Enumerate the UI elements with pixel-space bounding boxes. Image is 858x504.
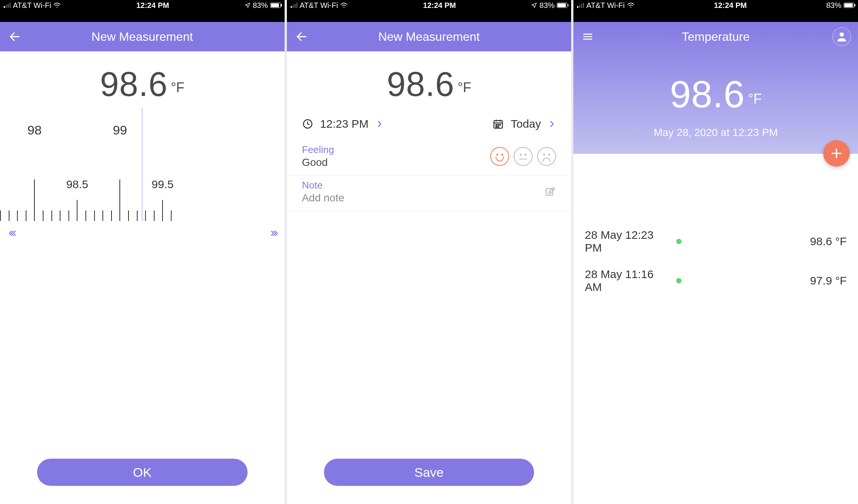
svg-point-19 <box>839 32 844 37</box>
battery-icon <box>557 3 567 8</box>
ruler-mid-label: 99.5 <box>152 178 173 191</box>
history-row[interactable]: 28 May 11:16 AM97.9 °F <box>573 261 858 300</box>
status-dot-icon <box>676 239 681 244</box>
svg-point-13 <box>498 126 499 127</box>
plus-icon <box>830 147 843 160</box>
feeling-value: Good <box>302 156 334 169</box>
notch-gap <box>573 11 858 22</box>
battery-icon <box>844 3 854 8</box>
ruler-tick <box>0 210 1 221</box>
ruler-tick: 99.5 <box>162 200 163 221</box>
feeling-section: Feeling Good <box>287 140 571 176</box>
ruler-major-label: 99 <box>113 123 127 138</box>
ruler-controls: ‹‹‹ ››› <box>0 221 285 243</box>
cell-signal-icon <box>577 3 584 8</box>
temperature-value: 98.6 <box>387 65 454 104</box>
ruler-mid-label: 98.5 <box>66 178 88 191</box>
location-icon <box>245 2 251 8</box>
chevron-right-icon <box>548 120 556 128</box>
screen2-title: New Measurement <box>287 30 571 44</box>
notch-gap <box>0 11 285 22</box>
note-label: Note <box>302 179 344 191</box>
ruler-tick <box>94 210 95 221</box>
ruler-tick <box>68 210 69 221</box>
face-good[interactable] <box>490 147 509 166</box>
face-bad[interactable] <box>537 147 556 166</box>
status-time: 12:24 PM <box>136 1 169 10</box>
temperature-display: 98.6°F <box>287 51 571 108</box>
ruler-tick <box>145 210 146 221</box>
date-picker[interactable]: Today <box>511 117 541 130</box>
time-picker[interactable]: 12:23 PM <box>320 117 369 130</box>
screen1-header: New Measurement <box>0 22 285 51</box>
ruler-tick <box>137 210 138 221</box>
ruler-tick: 98 <box>34 179 35 221</box>
save-button[interactable]: Save <box>324 459 534 486</box>
svg-point-15 <box>630 7 631 8</box>
ruler-scroll-left[interactable]: ‹‹‹ <box>8 225 14 240</box>
status-time: 12:24 PM <box>714 1 747 10</box>
svg-point-0 <box>57 7 58 8</box>
location-icon <box>531 2 537 8</box>
svg-point-12 <box>496 126 497 127</box>
carrier-label: AT&T Wi-Fi <box>13 1 51 10</box>
svg-point-11 <box>500 124 501 125</box>
carrier-label: AT&T Wi-Fi <box>586 1 624 10</box>
screen-measurement-details: AT&T Wi-Fi 12:24 PM 83% New Measurement … <box>287 0 571 504</box>
history-row[interactable]: 28 May 12:23 PM98.6 °F <box>573 222 858 261</box>
ruler-tick <box>111 210 112 221</box>
status-bar: AT&T Wi-Fi 12:24 PM 83% <box>573 0 858 11</box>
screen1-title: New Measurement <box>0 30 285 44</box>
svg-point-2 <box>344 7 345 8</box>
user-icon <box>835 30 848 43</box>
cell-signal-icon <box>4 3 11 8</box>
battery-icon <box>270 3 281 8</box>
svg-point-10 <box>498 124 499 125</box>
history-date: 28 May 11:16 AM <box>585 268 672 294</box>
note-placeholder: Add note <box>302 192 344 204</box>
status-bar: AT&T Wi-Fi 12:24 PM 83% <box>0 0 285 11</box>
ruler-tick <box>43 210 43 221</box>
history-value: 98.6 °F <box>810 235 847 248</box>
ruler-scroll-right[interactable]: ››› <box>270 225 276 240</box>
ruler-tick <box>9 210 9 221</box>
ruler-tick <box>171 210 172 221</box>
ruler-ticks: 9898.59999.5 <box>0 161 285 221</box>
ruler-tick <box>51 210 52 221</box>
clock-icon <box>302 118 313 130</box>
time-date-row: 12:23 PM Today <box>287 108 571 140</box>
screen2-header: New Measurement <box>287 22 571 51</box>
ruler-slider[interactable]: 9898.59999.5 <box>0 108 285 221</box>
feeling-faces <box>490 147 556 166</box>
temperature-unit: °F <box>457 80 471 95</box>
ruler-tick: 98.5 <box>77 200 77 221</box>
ruler-tick <box>154 210 155 221</box>
ruler-tick <box>17 210 18 221</box>
hero-panel: Temperature 98.6°F May 28, 2020 at 12:23… <box>573 22 858 154</box>
screen-measurement-ruler: AT&T Wi-Fi 12:24 PM 83% New Measurement … <box>0 0 285 504</box>
ruler-tick <box>26 210 26 221</box>
battery-pct: 83% <box>539 1 554 10</box>
face-neutral[interactable] <box>514 147 533 166</box>
wifi-icon <box>53 2 61 8</box>
status-time: 12:24 PM <box>423 1 456 10</box>
note-section[interactable]: Note Add note <box>287 176 571 211</box>
chevron-right-icon <box>375 120 384 128</box>
wifi-icon <box>627 2 635 8</box>
screen-temperature-home: AT&T Wi-Fi 12:24 PM 83% Temperature 9 <box>573 0 858 504</box>
add-measurement-button[interactable] <box>823 140 850 167</box>
ok-button[interactable]: OK <box>37 459 248 486</box>
cell-signal-icon <box>291 3 297 8</box>
hero-timestamp: May 28, 2020 at 12:23 PM <box>573 127 858 139</box>
wifi-icon <box>340 2 348 8</box>
battery-pct: 83% <box>826 1 841 10</box>
ruler-tick <box>102 210 103 221</box>
svg-point-9 <box>496 124 497 125</box>
ruler-major-label: 98 <box>27 123 42 138</box>
ruler-tick <box>60 210 60 221</box>
temperature-display: 98.6°F <box>0 51 285 108</box>
profile-button[interactable] <box>832 27 851 46</box>
history-value: 97.9 °F <box>810 274 847 287</box>
feeling-label: Feeling <box>302 144 334 156</box>
ruler-tick <box>85 210 86 221</box>
